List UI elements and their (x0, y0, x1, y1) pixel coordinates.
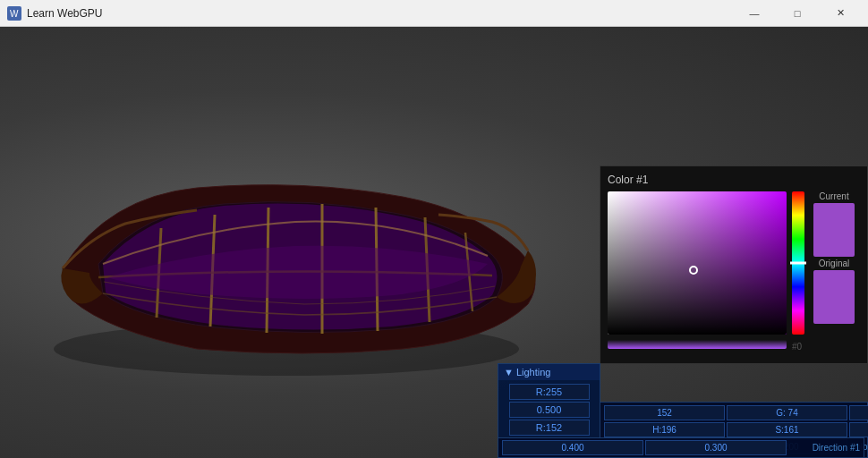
r-input[interactable] (604, 405, 725, 420)
lighting-r-input[interactable] (509, 384, 590, 400)
color-swatches: Current Original (813, 191, 855, 335)
maximize-button[interactable]: □ (777, 0, 818, 27)
s-input[interactable] (727, 422, 847, 437)
v-input[interactable] (849, 422, 868, 437)
svg-text:W: W (10, 9, 19, 19)
hex-id-label: #0 (792, 342, 802, 352)
dir-v1-input[interactable] (502, 440, 643, 455)
lighting-header[interactable]: ▼ Lighting (498, 364, 600, 380)
window-controls: — □ ✕ (734, 0, 861, 27)
original-color-swatch (813, 270, 855, 324)
main-canvas-area: Color #1 Current Original (0, 27, 868, 458)
rgb-row (600, 404, 867, 421)
direction-row: Direction #1 (498, 437, 864, 458)
alpha-slider[interactable] (608, 340, 787, 349)
current-color-swatch[interactable] (813, 203, 855, 257)
boat-3d-render (18, 72, 573, 411)
h-input[interactable] (604, 422, 725, 437)
lighting-r2-input[interactable] (509, 420, 590, 436)
window-title: Learn WebGPU (27, 7, 734, 20)
hue-slider[interactable] (792, 191, 804, 335)
g-input[interactable] (727, 405, 847, 420)
color-picker-main: Current Original (608, 191, 860, 335)
color-picker-panel: Color #1 Current Original (600, 165, 868, 364)
color-picker-title: Color #1 (608, 174, 860, 186)
direction-label: Direction #1 (788, 443, 860, 453)
original-label: Original (813, 259, 855, 268)
b-input[interactable] (849, 405, 868, 420)
hue-indicator (790, 262, 806, 265)
color-strips (792, 191, 804, 335)
color-gradient-picker[interactable] (608, 191, 787, 335)
app-icon: W (7, 6, 21, 21)
close-button[interactable]: ✕ (820, 0, 861, 27)
title-bar: W Learn WebGPU — □ ✕ (0, 0, 868, 27)
dir-v2-input[interactable] (645, 440, 787, 455)
darkness-gradient (608, 191, 787, 335)
current-label: Current (813, 191, 855, 201)
lighting-val1-input[interactable] (509, 402, 590, 418)
minimize-button[interactable]: — (734, 0, 775, 27)
hsv-row (600, 421, 867, 438)
